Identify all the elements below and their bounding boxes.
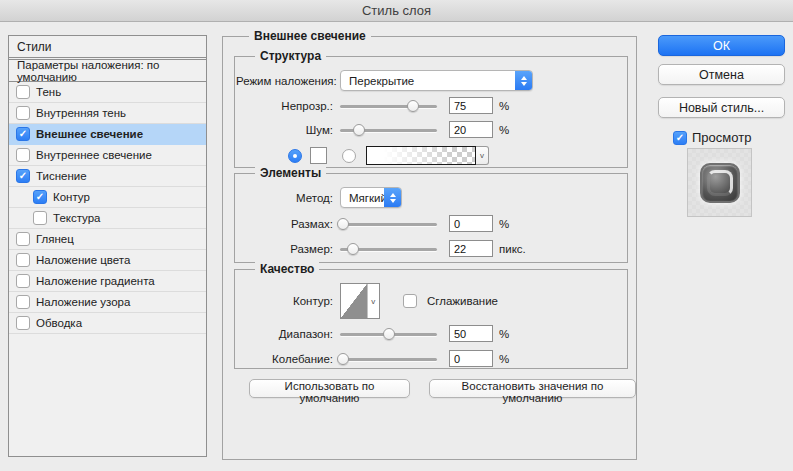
opacity-slider[interactable]	[340, 99, 437, 113]
sidebar-item[interactable]: Наложение узора	[9, 292, 206, 313]
titlebar[interactable]: Стиль слоя	[0, 0, 793, 22]
structure-group: Структура Режим наложения: Перекрытие Не…	[234, 56, 628, 168]
sidebar-item[interactable]: Обводка	[9, 313, 206, 334]
sidebar-item-label: Текстура	[53, 212, 101, 224]
spread-label: Размах:	[236, 218, 333, 230]
sidebar-item[interactable]: Наложение цвета	[9, 250, 206, 271]
style-preview	[687, 148, 752, 217]
contour-label: Контур:	[236, 295, 333, 307]
range-input[interactable]	[449, 325, 493, 342]
item-checkbox[interactable]	[16, 274, 30, 288]
sidebar-item[interactable]: Тень	[9, 82, 206, 103]
size-unit: пикс.	[499, 243, 526, 255]
slider-thumb[interactable]	[383, 328, 395, 340]
elements-group: Элементы Метод: Мягкий Размах:	[234, 173, 628, 263]
item-checkbox[interactable]	[16, 232, 30, 246]
structure-group-title: Структура	[255, 49, 326, 64]
range-label: Диапазон:	[236, 328, 333, 340]
sidebar-item[interactable]: Внутреннее свечение	[9, 145, 206, 166]
window-title: Стиль слоя	[362, 3, 431, 18]
sidebar-item[interactable]: Глянец	[9, 229, 206, 250]
size-slider[interactable]	[340, 242, 437, 256]
spread-input[interactable]	[449, 215, 493, 232]
size-label: Размер:	[236, 243, 333, 255]
sidebar-item-label: Внешнее свечение	[36, 128, 143, 140]
opacity-unit: %	[499, 100, 509, 112]
style-preview-thumbnail-icon	[700, 163, 740, 203]
elements-group-title: Элементы	[255, 166, 326, 181]
item-checkbox[interactable]	[16, 85, 30, 99]
contour-dropdown-arrow-icon[interactable]: v	[367, 284, 379, 318]
sidebar-item[interactable]: Тиснение	[9, 166, 206, 187]
item-checkbox[interactable]	[16, 295, 30, 309]
item-checkbox[interactable]	[16, 316, 30, 330]
preview-label: Просмотр	[692, 130, 751, 145]
glow-color-swatch[interactable]	[310, 147, 327, 164]
antialias-label: Сглаживание	[427, 295, 498, 307]
select-stepper-icon	[384, 188, 401, 207]
noise-label: Шум:	[236, 124, 333, 136]
sidebar-item-label: Наложение градиента	[36, 275, 155, 287]
slider-track	[340, 105, 437, 108]
gradient-picker[interactable]	[366, 146, 476, 165]
color-fill-radio[interactable]	[288, 149, 302, 163]
spread-slider[interactable]	[340, 217, 437, 231]
technique-select[interactable]: Мягкий	[340, 187, 402, 208]
jitter-unit: %	[499, 353, 509, 365]
sidebar-item[interactable]: Внешнее свечение	[9, 124, 206, 145]
ok-button[interactable]: ОК	[658, 35, 785, 56]
slider-thumb[interactable]	[353, 124, 365, 136]
technique-value: Мягкий	[341, 192, 384, 204]
sidebar-item[interactable]: Наложение градиента	[9, 271, 206, 292]
range-slider[interactable]	[340, 327, 437, 341]
item-checkbox[interactable]	[33, 211, 47, 225]
sidebar-item-label: Обводка	[36, 317, 82, 329]
jitter-slider[interactable]	[340, 352, 437, 366]
technique-label: Метод:	[236, 192, 333, 204]
item-checkbox[interactable]	[33, 190, 47, 204]
slider-thumb[interactable]	[337, 353, 349, 365]
blend-mode-select[interactable]: Перекрытие	[340, 70, 533, 91]
sidebar-item[interactable]: Внутренняя тень	[9, 103, 206, 124]
spread-unit: %	[499, 218, 509, 230]
antialias-checkbox[interactable]	[403, 294, 417, 308]
sidebar-item[interactable]: Контур	[9, 187, 206, 208]
sidebar-item-label: Внутренняя тень	[36, 107, 126, 119]
contour-picker[interactable]: v	[340, 283, 380, 319]
item-checkbox[interactable]	[16, 127, 30, 141]
sidebar-item-label: Контур	[53, 191, 90, 203]
gradient-dropdown-arrow-icon[interactable]: v	[476, 146, 489, 165]
make-default-button[interactable]: Использовать по умолчанию	[249, 379, 410, 398]
cancel-button[interactable]: Отмена	[658, 64, 785, 85]
sidebar-item[interactable]: Текстура	[9, 208, 206, 229]
jitter-label: Колебание:	[236, 353, 333, 365]
reset-default-button[interactable]: Восстановить значения по умолчанию	[429, 379, 636, 398]
contour-thumbnail[interactable]	[341, 284, 367, 318]
select-stepper-icon	[515, 71, 532, 90]
sidebar-item-blending-options[interactable]: Параметры наложения: по умолчанию	[9, 60, 206, 82]
slider-track	[340, 223, 437, 226]
blend-mode-value: Перекрытие	[341, 75, 515, 87]
slider-thumb[interactable]	[407, 100, 419, 112]
slider-track	[340, 358, 437, 361]
item-checkbox[interactable]	[16, 106, 30, 120]
opacity-input[interactable]	[449, 97, 493, 114]
sidebar-item-label: Тень	[36, 86, 61, 98]
jitter-input[interactable]	[449, 350, 493, 367]
item-checkbox[interactable]	[16, 253, 30, 267]
panel-title: Внешнее свечение	[249, 29, 371, 44]
sidebar-item-label: Наложение узора	[36, 296, 130, 308]
preview-checkbox[interactable]	[673, 131, 687, 145]
noise-slider[interactable]	[340, 123, 437, 137]
new-style-button[interactable]: Новый стиль...	[658, 97, 785, 118]
gradient-fill-radio[interactable]	[342, 149, 356, 163]
sidebar-header-styles[interactable]: Стили	[9, 36, 206, 60]
item-checkbox[interactable]	[16, 148, 30, 162]
size-input[interactable]	[449, 240, 493, 257]
noise-input[interactable]	[449, 121, 493, 138]
item-checkbox[interactable]	[16, 169, 30, 183]
slider-thumb[interactable]	[347, 243, 359, 255]
sidebar-item-label: Внутреннее свечение	[36, 149, 152, 161]
sidebar-item-list: Тень Внутренняя тень Внешнее свечение Вн…	[9, 82, 206, 334]
slider-thumb[interactable]	[337, 218, 349, 230]
